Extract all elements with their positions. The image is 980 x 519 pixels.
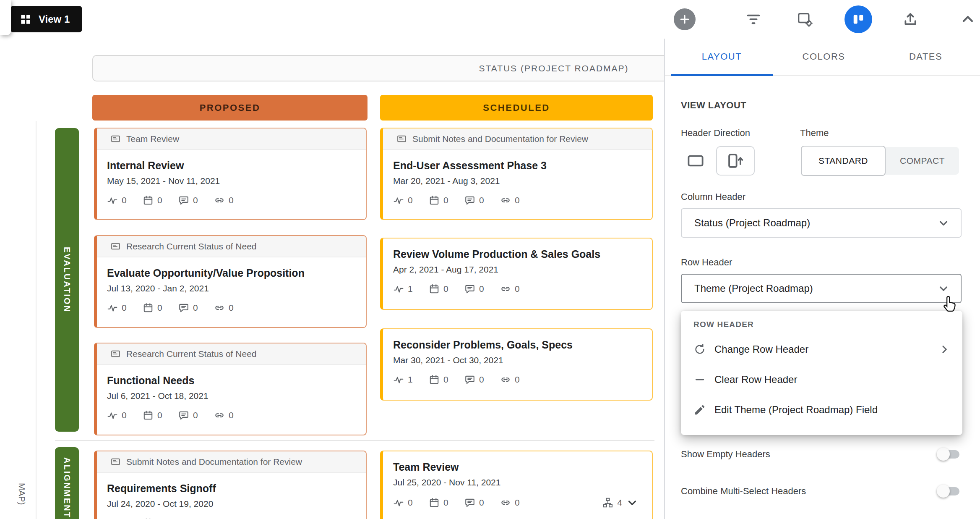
activity-count: 0 [122, 303, 127, 313]
ticket-icon [110, 349, 121, 359]
calendar-icon [429, 283, 440, 294]
corner-overlay-panel-edge [0, 0, 11, 35]
menu-item-edit-field[interactable]: Edit Theme (Project Roadmap) Field [681, 395, 962, 425]
card-title: Internal Review [107, 159, 356, 172]
column-header-label: Column Header [681, 191, 745, 202]
menu-item-label: Clear Row Header [714, 374, 797, 385]
theme-segmented-control: STANDARD COMPACT [802, 147, 959, 175]
tab-layout[interactable]: LAYOUT [671, 39, 773, 75]
ticket-icon [110, 456, 121, 467]
row-header-dropdown[interactable]: Theme (Project Roadmap) [681, 274, 962, 303]
section-title: VIEW LAYOUT [681, 100, 746, 111]
menu-item-clear-row-header[interactable]: Clear Row Header [681, 364, 962, 395]
card-indicator-row: 0 0 0 0 [107, 195, 356, 206]
card-parent-label: Research Current Status of Need [126, 349, 257, 359]
collapse-toolbar-button[interactable] [959, 11, 976, 28]
card-title: Reconsider Problems, Goals, Specs [393, 338, 642, 351]
top-toolbar: View 1 [0, 0, 980, 39]
calendar-icon [143, 195, 154, 206]
attachment-icon [214, 410, 225, 421]
card-dates: Apr 2, 2021 - Aug 17, 2021 [393, 264, 642, 275]
theme-option-standard[interactable]: STANDARD [801, 146, 886, 176]
lane-header-alignment[interactable]: ALIGNMENT [55, 447, 79, 519]
menu-item-change-row-header[interactable]: Change Row Header [681, 334, 962, 364]
header-direction-vertical-button[interactable] [716, 146, 755, 176]
card-dates: Jul 13, 2020 - Jan 2, 2021 [107, 283, 356, 294]
change-icon [693, 343, 706, 356]
card-parent-row: Submit Notes and Documentation for Revie… [97, 451, 366, 473]
pencil-icon [693, 404, 706, 416]
card-team-review[interactable]: Team Review Jul 25, 2020 - Nov 11, 2021 … [380, 451, 653, 519]
activity-icon [393, 374, 404, 385]
view-layout-button-active[interactable] [844, 5, 872, 33]
activity-icon [393, 497, 404, 508]
column-header-proposed[interactable]: PROPOSED [92, 95, 368, 121]
card-dates: Mar 30, 2021 - Oct 30, 2021 [393, 355, 642, 366]
calendar-count: 0 [157, 195, 162, 205]
calendar-count: 0 [157, 410, 162, 420]
add-card-button[interactable] [674, 8, 696, 30]
activity-count: 1 [408, 375, 413, 385]
column-header-scheduled[interactable]: SCHEDULED [380, 95, 653, 121]
card-dates: Jul 24, 2020 - Oct 19, 2020 [107, 498, 356, 509]
card-parent-row: Research Current Status of Need [97, 236, 366, 257]
card-indicator-row: 0 0 0 0 4 [393, 496, 642, 509]
ticket-icon [110, 241, 121, 252]
filter-button[interactable] [745, 11, 762, 28]
horizontal-layout-icon [685, 152, 706, 170]
card-dates: May 15, 2021 - Nov 11, 2021 [107, 176, 356, 186]
card-settings-button[interactable] [797, 11, 813, 28]
minus-icon [693, 373, 706, 386]
theme-label: Theme [800, 128, 829, 139]
attachment-count: 0 [515, 195, 520, 205]
card-dates: Jul 25, 2020 - Nov 11, 2021 [393, 477, 642, 488]
calendar-icon [429, 374, 440, 385]
attachment-icon [500, 497, 511, 508]
menu-title: ROW HEADER [681, 316, 962, 334]
card-parent-row: Submit Notes and Documentation for Revie… [383, 128, 652, 150]
card-board: STATUS (PROJECT ROADMAP) PROPOSED SCHEDU… [0, 39, 664, 519]
toggle-knob [937, 448, 950, 461]
card-reconsider-problems[interactable]: Reconsider Problems, Goals, Specs Mar 30… [380, 328, 653, 401]
tab-colors[interactable]: COLORS [773, 39, 875, 75]
children-count: 4 [617, 498, 622, 508]
card-evaluate-opportunity[interactable]: Research Current Status of Need Evaluate… [94, 235, 367, 328]
theme-option-compact[interactable]: COMPACT [886, 147, 959, 175]
lane-header-evaluation[interactable]: EVALUATION [55, 128, 79, 432]
card-review-volume-production[interactable]: Review Volume Production & Sales Goals A… [380, 238, 653, 310]
activity-count: 0 [408, 195, 413, 205]
attachment-count: 0 [229, 195, 234, 205]
menu-item-label: Edit Theme (Project Roadmap) Field [714, 404, 878, 416]
attachment-count: 0 [515, 375, 520, 385]
card-functional-needs[interactable]: Research Current Status of Need Function… [94, 343, 367, 435]
card-requirements-signoff[interactable]: Submit Notes and Documentation for Revie… [94, 451, 367, 519]
share-icon [902, 11, 919, 28]
activity-icon [393, 195, 404, 206]
comment-count: 0 [479, 375, 484, 385]
activity-icon [393, 283, 404, 294]
comment-icon [464, 497, 475, 508]
tab-dates[interactable]: DATES [875, 39, 977, 75]
share-button[interactable] [902, 11, 919, 28]
attachment-count: 0 [515, 498, 520, 508]
combine-multiselect-headers-label: Combine Multi-Select Headers [681, 486, 806, 497]
header-direction-horizontal-button[interactable] [679, 147, 712, 175]
comment-count: 0 [479, 195, 484, 205]
calendar-count: 0 [443, 375, 448, 385]
card-title: Evaluate Opportunity/Value Proposition [107, 267, 356, 279]
attachment-icon [500, 283, 511, 294]
view-switcher-button[interactable]: View 1 [10, 6, 82, 32]
card-internal-review[interactable]: Team Review Internal Review May 15, 2021… [94, 128, 367, 220]
card-end-user-assessment[interactable]: Submit Notes and Documentation for Revie… [380, 128, 653, 220]
grid-icon [19, 13, 32, 26]
calendar-count: 0 [443, 284, 448, 294]
expand-children-button[interactable] [626, 496, 639, 509]
show-empty-headers-toggle[interactable] [938, 450, 959, 459]
view-settings-panel: LAYOUT COLORS DATES VIEW LAYOUT Header D… [664, 39, 980, 519]
attachment-icon [500, 374, 511, 385]
card-title: Team Review [393, 461, 642, 473]
activity-count: 0 [122, 410, 127, 420]
comment-count: 0 [479, 284, 484, 294]
column-header-dropdown[interactable]: Status (Project Roadmap) [681, 208, 962, 238]
combine-multiselect-headers-toggle[interactable] [938, 487, 959, 495]
